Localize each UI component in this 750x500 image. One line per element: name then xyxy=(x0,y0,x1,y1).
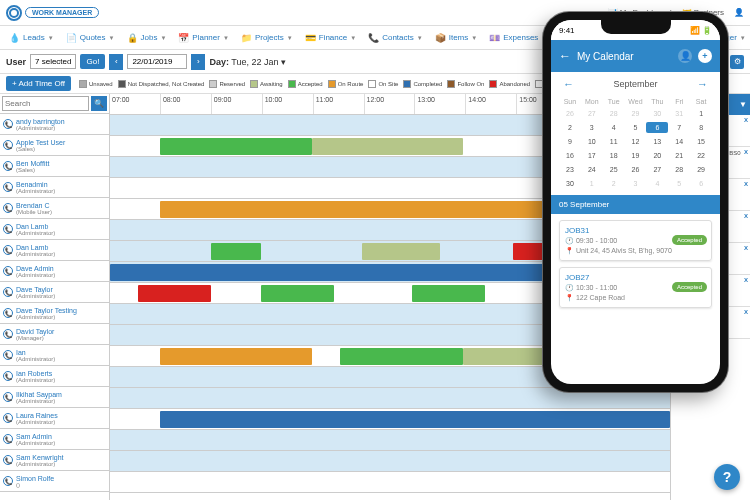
user-row[interactable]: 📞Laura Raines(Administrator) xyxy=(0,408,109,429)
user-select[interactable]: 7 selected xyxy=(30,54,76,69)
menu-items[interactable]: 📦Items▼ xyxy=(430,30,483,46)
go-button[interactable]: Go! xyxy=(80,54,105,69)
schedule-row[interactable] xyxy=(110,472,670,493)
help-button[interactable]: ? xyxy=(714,464,740,490)
calendar-day[interactable]: 15 xyxy=(690,136,712,147)
schedule-bar[interactable] xyxy=(160,348,311,365)
date-next-button[interactable]: › xyxy=(191,54,205,70)
schedule-bar[interactable] xyxy=(412,285,485,302)
calendar-day[interactable]: 19 xyxy=(625,150,647,161)
calendar-day[interactable]: 1 xyxy=(581,178,603,189)
schedule-bar[interactable] xyxy=(138,285,211,302)
calendar-day[interactable]: 20 xyxy=(646,150,668,161)
user-avatar-icon[interactable]: 👤 xyxy=(734,8,744,17)
user-row[interactable]: 📞Dave Admin(Administrator) xyxy=(0,261,109,282)
user-row[interactable]: 📞Dave Taylor Testing(Administrator) xyxy=(0,303,109,324)
calendar-day[interactable]: 6 xyxy=(646,122,668,133)
calendar-day[interactable]: 13 xyxy=(646,136,668,147)
calendar-day[interactable]: 8 xyxy=(690,122,712,133)
calendar-day[interactable]: 4 xyxy=(646,178,668,189)
filter-icon[interactable]: ▼ xyxy=(739,100,747,109)
calendar-day[interactable]: 18 xyxy=(603,150,625,161)
calendar-day[interactable]: 3 xyxy=(625,178,647,189)
job-card[interactable]: JOB27🕐 10:30 - 11:00📍 122 Cape RoadAccep… xyxy=(559,267,712,308)
schedule-bar[interactable] xyxy=(362,243,440,260)
calendar-day[interactable]: 9 xyxy=(559,136,581,147)
schedule-bar[interactable] xyxy=(160,411,670,428)
user-row[interactable]: 📞Sam Kenwright(Administrator) xyxy=(0,450,109,471)
back-icon[interactable]: ← xyxy=(559,49,571,63)
close-icon[interactable]: X xyxy=(744,117,748,123)
calendar-day[interactable]: 11 xyxy=(603,136,625,147)
user-row[interactable]: 📞Ben Moffitt(Sales) xyxy=(0,156,109,177)
menu-finance[interactable]: 💳Finance▼ xyxy=(300,30,361,46)
user-row[interactable]: 📞Ian(Administrator) xyxy=(0,345,109,366)
calendar-day[interactable]: 27 xyxy=(581,108,603,119)
calendar-day[interactable]: 12 xyxy=(625,136,647,147)
month-prev-icon[interactable]: ← xyxy=(563,78,574,90)
calendar-day[interactable]: 10 xyxy=(581,136,603,147)
menu-leads[interactable]: 💧Leads▼ xyxy=(4,30,59,46)
calendar-day[interactable]: 7 xyxy=(668,122,690,133)
user-row[interactable]: 📞Sam Admin(Administrator) xyxy=(0,429,109,450)
date-input[interactable] xyxy=(127,54,187,69)
calendar-day[interactable]: 28 xyxy=(668,164,690,175)
menu-contacts[interactable]: 📞Contacts▼ xyxy=(363,30,428,46)
calendar-day[interactable]: 22 xyxy=(690,150,712,161)
close-icon[interactable]: X xyxy=(744,149,748,155)
search-input[interactable] xyxy=(2,96,89,111)
add-icon[interactable]: + xyxy=(698,49,712,63)
schedule-row[interactable] xyxy=(110,451,670,472)
user-row[interactable]: 📞David Taylor(Manager) xyxy=(0,324,109,345)
calendar-day[interactable]: 2 xyxy=(603,178,625,189)
month-next-icon[interactable]: → xyxy=(697,78,708,90)
menu-jobs[interactable]: 🔒Jobs▼ xyxy=(122,30,172,46)
user-row[interactable]: 📞Dan Lamb(Administrator) xyxy=(0,219,109,240)
calendar-day[interactable]: 5 xyxy=(668,178,690,189)
calendar-day[interactable]: 14 xyxy=(668,136,690,147)
user-row[interactable]: 📞Simon Rolfe() xyxy=(0,471,109,492)
add-time-off-button[interactable]: + Add Time Off xyxy=(6,76,71,91)
menu-projects[interactable]: 📁Projects▼ xyxy=(236,30,298,46)
calendar-day[interactable]: 31 xyxy=(668,108,690,119)
user-row[interactable]: 📞Dave Taylor(Administrator) xyxy=(0,282,109,303)
close-icon[interactable]: X xyxy=(744,181,748,187)
calendar-day[interactable]: 24 xyxy=(581,164,603,175)
user-row[interactable]: 📞Apple Test User(Sales) xyxy=(0,135,109,156)
calendar-day[interactable]: 28 xyxy=(603,108,625,119)
calendar-day[interactable]: 3 xyxy=(581,122,603,133)
close-icon[interactable]: X xyxy=(744,213,748,219)
date-prev-button[interactable]: ‹ xyxy=(109,54,123,70)
profile-icon[interactable]: 👤 xyxy=(678,49,692,63)
view-btn-3[interactable]: ⚙ xyxy=(730,55,744,69)
calendar-day[interactable]: 26 xyxy=(559,108,581,119)
calendar-day[interactable]: 23 xyxy=(559,164,581,175)
calendar-day[interactable]: 30 xyxy=(559,178,581,189)
schedule-row[interactable] xyxy=(110,409,670,430)
schedule-row[interactable] xyxy=(110,430,670,451)
user-row[interactable]: 📞Ian Roberts(Administrator) xyxy=(0,366,109,387)
schedule-bar[interactable] xyxy=(211,243,261,260)
menu-quotes[interactable]: 📄Quotes▼ xyxy=(61,30,120,46)
user-row[interactable]: 📞Dan Lamb(Administrator) xyxy=(0,240,109,261)
calendar-day[interactable]: 4 xyxy=(603,122,625,133)
calendar-day[interactable]: 21 xyxy=(668,150,690,161)
calendar-day[interactable]: 30 xyxy=(646,108,668,119)
user-row[interactable]: 📞Ilkihat Saypam(Administrator) xyxy=(0,387,109,408)
search-button[interactable]: 🔍 xyxy=(91,96,107,111)
calendar-day[interactable]: 26 xyxy=(625,164,647,175)
calendar-day[interactable]: 1 xyxy=(690,108,712,119)
calendar-day[interactable]: 2 xyxy=(559,122,581,133)
calendar-day[interactable]: 27 xyxy=(646,164,668,175)
schedule-bar[interactable] xyxy=(340,348,463,365)
calendar-day[interactable]: 6 xyxy=(690,178,712,189)
user-row[interactable]: 📞Benadmin(Administrator) xyxy=(0,177,109,198)
user-row[interactable]: 📞Brendan C(Mobile User) xyxy=(0,198,109,219)
calendar-day[interactable]: 25 xyxy=(603,164,625,175)
close-icon[interactable]: X xyxy=(744,245,748,251)
job-card[interactable]: JOB31🕐 09:30 - 10:00📍 Unit 24, 45 Alvis … xyxy=(559,220,712,261)
schedule-bar[interactable] xyxy=(261,285,334,302)
menu-planner[interactable]: 📅Planner▼ xyxy=(173,30,234,46)
user-row[interactable]: 📞andy barrington(Administrator) xyxy=(0,114,109,135)
calendar-day[interactable]: 16 xyxy=(559,150,581,161)
